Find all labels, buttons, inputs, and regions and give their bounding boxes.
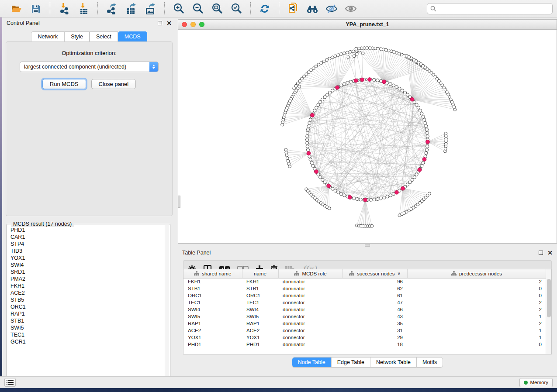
table-row[interactable]: SWI5SWI5connector431 [183, 313, 546, 320]
zoom-in-button[interactable] [171, 2, 187, 16]
zoom-selected-icon [231, 3, 242, 14]
column-header-name[interactable]: name [242, 269, 278, 278]
export-table-button[interactable] [123, 2, 139, 16]
column-header-MCDS-role[interactable]: MCDS role [278, 269, 343, 278]
mcds-result-item[interactable]: CAR1 [10, 234, 170, 241]
refresh-layout-button[interactable] [257, 2, 273, 16]
horizontal-splitter[interactable] [178, 244, 557, 247]
table-cell: 2 [407, 306, 546, 313]
network-graph[interactable] [178, 30, 557, 243]
mcds-result-item[interactable]: TID3 [10, 248, 170, 254]
table-cell: 47 [343, 299, 407, 306]
import-network-button[interactable] [56, 2, 72, 16]
table-row[interactable]: SWI4SWI4dominator462 [183, 306, 546, 313]
mcds-result-item[interactable]: STB5 [10, 296, 170, 303]
tab-node-table[interactable]: Node Table [292, 358, 332, 367]
tab-motifs[interactable]: Motifs [417, 358, 443, 367]
mcds-result-item[interactable]: PHD1 [10, 227, 170, 234]
mcds-result-item[interactable]: PMA2 [10, 275, 170, 282]
mcds-result-item[interactable]: ACE2 [10, 289, 170, 296]
column-header-predecessor-nodes[interactable]: predecessor nodes [407, 269, 546, 278]
mcds-result-item[interactable]: SWI4 [10, 261, 170, 268]
table-panel: Table Panel ✕ [178, 247, 557, 376]
network-window-titlebar[interactable]: YPA_prune.txt_1 [178, 20, 557, 30]
table-row[interactable]: STB1STB1dominator620 [183, 285, 546, 292]
table-cell: 31 [343, 327, 407, 334]
export-table-icon [125, 3, 137, 14]
find-button[interactable] [304, 2, 320, 16]
mcds-result-item[interactable]: STP4 [10, 241, 170, 248]
mcds-result-item[interactable]: FKH1 [10, 282, 170, 289]
tab-style[interactable]: Style [64, 31, 90, 41]
close-panel-button[interactable]: Close panel [91, 79, 136, 89]
mcds-result-item[interactable]: STB1 [10, 317, 170, 324]
table-cell: YOX1 [183, 334, 242, 341]
open-file-button[interactable] [9, 2, 24, 16]
table-scrollbar[interactable] [546, 269, 551, 354]
mcds-result-item[interactable]: SWI5 [10, 324, 170, 331]
mcds-result-item[interactable]: TEC1 [10, 331, 170, 338]
task-history-button[interactable] [4, 378, 16, 387]
mcds-result-item[interactable]: ORC1 [10, 303, 170, 310]
mcds-result-item[interactable]: GCR1 [10, 338, 170, 345]
table-cell: dominator [278, 341, 343, 348]
control-panel-title: Control Panel [7, 20, 40, 26]
table-row[interactable]: ORC1ORC1dominator610 [183, 292, 546, 299]
table-row[interactable]: YOX1YOX1connector291 [183, 334, 546, 341]
optimization-criterion-select[interactable]: largest connected component (undirected) [20, 62, 159, 72]
zoom-out-button[interactable] [190, 2, 206, 16]
table-cell: FKH1 [242, 278, 278, 285]
run-mcds-button[interactable]: Run MCDS [42, 79, 86, 89]
close-panel-icon[interactable]: ✕ [547, 251, 553, 255]
column-header-shared-name[interactable]: shared name [183, 269, 242, 278]
node-table[interactable]: shared namenameMCDS rolesuccessor nodes∨… [183, 269, 547, 348]
float-window-icon[interactable] [158, 21, 162, 25]
splitter-grip[interactable] [365, 244, 370, 247]
show-all-button[interactable] [343, 2, 359, 16]
memory-button[interactable]: Memory [519, 378, 553, 387]
table-row[interactable]: TEC1TEC1connector472 [183, 299, 546, 306]
toolbar-separator [50, 2, 50, 15]
mcds-result-item[interactable]: RAP1 [10, 310, 170, 317]
table-row[interactable]: RAP1RAP1dominator352 [183, 320, 546, 327]
tab-mcds[interactable]: MCDS [118, 31, 147, 41]
table-cell: 35 [343, 320, 407, 327]
save-session-button[interactable] [28, 2, 44, 16]
table-cell: 43 [343, 313, 407, 320]
import-network-icon [59, 3, 69, 14]
main-toolbar [0, 0, 557, 17]
namespace-icon [294, 271, 299, 276]
tab-network[interactable]: Network [31, 31, 64, 41]
table-cell: dominator [278, 292, 343, 299]
mcds-result-item[interactable]: YOX1 [10, 254, 170, 261]
hide-selected-button[interactable] [324, 2, 339, 16]
column-header-successor-nodes[interactable]: successor nodes∨ [343, 269, 407, 278]
splitter-grip[interactable] [178, 196, 180, 208]
mcds-result-item[interactable]: SRD1 [10, 268, 170, 275]
table-row[interactable]: PHD1PHD1dominator180 [183, 341, 546, 348]
close-panel-icon[interactable]: ✕ [166, 21, 172, 25]
table-cell: connector [278, 313, 343, 320]
search-input[interactable] [439, 6, 549, 12]
table-cell: 1 [407, 327, 546, 334]
export-image-button[interactable] [142, 2, 158, 16]
zoom-selected-button[interactable] [228, 2, 244, 16]
zoom-fit-button[interactable] [209, 2, 225, 16]
float-window-icon[interactable] [539, 251, 543, 255]
import-table-button[interactable] [76, 2, 91, 16]
network-canvas[interactable] [178, 30, 557, 243]
scrollbar-thumb[interactable] [547, 279, 551, 317]
mcds-list-scrollbar[interactable] [165, 225, 170, 382]
tab-network-table[interactable]: Network Table [370, 358, 417, 367]
status-bar: Memory [0, 376, 557, 388]
table-cell: 0 [407, 285, 546, 292]
mcds-result-list[interactable]: PHD1CAR1STP4TID3YOX1SWI4SRD1PMA2FKH1ACE2… [7, 225, 170, 382]
clone-network-button[interactable] [285, 2, 301, 16]
table-row[interactable]: FKH1FKH1dominator962 [183, 278, 546, 285]
export-network-button[interactable] [104, 2, 120, 16]
tab-select[interactable]: Select [90, 31, 118, 41]
search-field[interactable] [427, 3, 553, 14]
clone-network-icon [288, 3, 298, 15]
table-row[interactable]: ACE2ACE2connector311 [183, 327, 546, 334]
tab-edge-table[interactable]: Edge Table [332, 358, 370, 367]
